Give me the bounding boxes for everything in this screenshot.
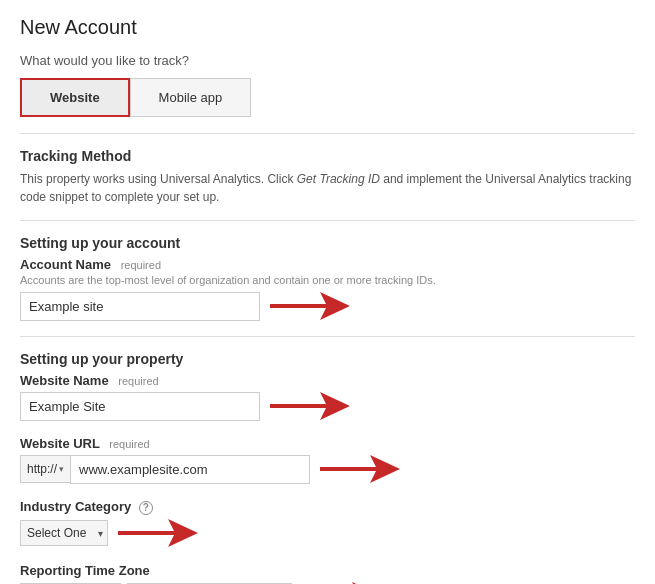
arrow-1 [270,290,350,322]
website-url-label: Website URL required [20,436,635,451]
reporting-timezone-label: Reporting Time Zone [20,563,635,578]
website-name-field-group: Website Name required [20,373,635,422]
industry-category-field-group: Industry Category ? Select One [20,499,635,549]
website-name-label: Website Name required [20,373,635,388]
tracking-method-title: Tracking Method [20,148,635,164]
industry-category-label: Industry Category ? [20,499,635,515]
website-button[interactable]: Website [20,78,130,117]
account-section-title: Setting up your account [20,235,635,251]
website-url-field-group: Website URL required http:// ▾ [20,436,635,485]
account-name-input[interactable] [20,292,260,321]
arrow-4 [118,517,198,549]
account-name-label: Account Name required [20,257,635,272]
industry-select[interactable]: Select One [20,520,108,546]
svg-marker-2 [320,455,400,483]
tracking-method-section: Tracking Method This property works usin… [20,148,635,206]
arrow-5 [302,580,382,584]
protocol-chevron: ▾ [59,464,64,474]
divider-2 [20,220,635,221]
industry-select-wrapper: Select One [20,520,108,546]
divider-3 [20,336,635,337]
svg-marker-3 [118,519,198,547]
account-section: Setting up your account Account Name req… [20,235,635,322]
property-section: Setting up your property Website Name re… [20,351,635,584]
website-name-input[interactable] [20,392,260,421]
svg-marker-0 [270,292,350,320]
industry-help-icon[interactable]: ? [139,501,153,515]
svg-marker-1 [270,392,350,420]
track-question: What would you like to track? [20,53,635,68]
url-row: http:// ▾ [20,455,310,484]
divider-1 [20,133,635,134]
track-options-group: Website Mobile app [20,78,635,117]
property-section-title: Setting up your property [20,351,635,367]
reporting-timezone-field-group: Reporting Time Zone United States (GMT-0… [20,563,635,584]
website-url-input[interactable] [70,455,310,484]
tracking-method-desc: This property works using Universal Anal… [20,170,635,206]
arrow-3 [320,453,400,485]
arrow-2 [270,390,350,422]
account-name-hint: Accounts are the top-most level of organ… [20,274,635,286]
mobile-app-button[interactable]: Mobile app [130,78,252,117]
account-name-field-group: Account Name required Accounts are the t… [20,257,635,322]
page-title: New Account [20,16,635,39]
url-protocol-selector[interactable]: http:// ▾ [20,455,70,483]
